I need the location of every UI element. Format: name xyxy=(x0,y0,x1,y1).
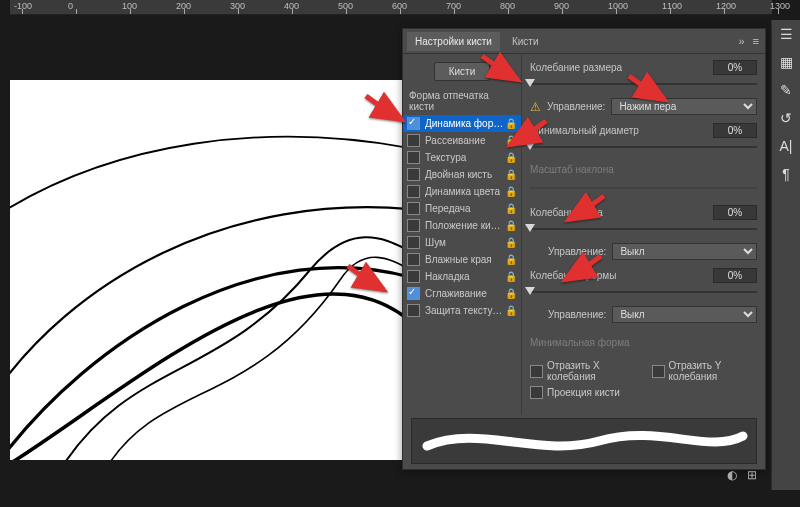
brush-option-row[interactable]: Динамика цвета🔒 xyxy=(403,183,521,200)
roundness-control-select[interactable]: Выкл xyxy=(612,306,757,323)
panel-footer: ◐ ⊞ xyxy=(403,464,765,486)
lock-icon[interactable]: 🔒 xyxy=(505,237,517,248)
option-label: Двойная кисть xyxy=(425,169,505,180)
tool-history-icon[interactable]: ↺ xyxy=(772,104,800,132)
brush-option-row[interactable]: Двойная кисть🔒 xyxy=(403,166,521,183)
flip-x-checkbox[interactable]: Отразить X колебания xyxy=(530,360,636,382)
min-roundness-label: Минимальная форма xyxy=(530,337,757,348)
tool-paragraph-icon[interactable]: ¶ xyxy=(772,160,800,188)
size-control-select[interactable]: Нажим пера xyxy=(611,98,757,115)
lock-icon[interactable]: 🔒 xyxy=(505,186,517,197)
size-jitter-label: Колебание размера xyxy=(530,62,713,73)
control-label: Управление: xyxy=(547,101,605,112)
option-checkbox[interactable] xyxy=(407,117,420,130)
option-label: Положение кисти xyxy=(425,220,505,231)
roundness-jitter-slider[interactable] xyxy=(530,285,757,299)
brush-settings-panel: Настройки кисти Кисти » ≡ Кисти Форма от… xyxy=(402,28,766,470)
option-checkbox[interactable] xyxy=(407,219,420,232)
flip-options: Отразить X колебания Отразить Y колебани… xyxy=(530,360,757,382)
document-canvas[interactable] xyxy=(10,80,410,460)
tab-brush-settings[interactable]: Настройки кисти xyxy=(407,32,500,51)
angle-jitter-value[interactable]: 0% xyxy=(713,205,757,220)
flip-y-checkbox[interactable]: Отразить Y колебания xyxy=(652,360,757,382)
shape-dynamics-controls: Колебание размера0% ⚠ Управление: Нажим … xyxy=(522,54,765,414)
size-jitter-value[interactable]: 0% xyxy=(713,60,757,75)
lock-icon[interactable]: 🔒 xyxy=(505,169,517,180)
tilt-scale-slider xyxy=(530,181,757,195)
right-toolbar: ☰ ▦ ✎ ↺ A| ¶ xyxy=(771,20,800,490)
size-jitter-slider[interactable] xyxy=(530,77,757,91)
lock-icon[interactable]: 🔒 xyxy=(505,118,517,129)
option-checkbox[interactable] xyxy=(407,304,420,317)
angle-jitter-slider[interactable] xyxy=(530,222,757,236)
option-label: Динамика формы xyxy=(425,118,505,129)
option-label: Влажные края xyxy=(425,254,505,265)
brush-option-row[interactable]: Рассеивание🔒 xyxy=(403,132,521,149)
lock-icon[interactable]: 🔒 xyxy=(505,135,517,146)
min-diameter-control: Минимальный диаметр0% xyxy=(530,123,757,154)
min-diameter-slider[interactable] xyxy=(530,140,757,154)
tilt-scale-label: Масштаб наклона xyxy=(530,164,757,175)
tool-brush-icon[interactable]: ✎ xyxy=(772,76,800,104)
roundness-jitter-control: Колебание формы0% xyxy=(530,268,757,299)
option-checkbox[interactable] xyxy=(407,287,420,300)
warning-icon: ⚠ xyxy=(530,100,541,114)
brush-option-row[interactable]: Текстура🔒 xyxy=(403,149,521,166)
size-jitter-control: Колебание размера0% xyxy=(530,60,757,91)
brush-option-row[interactable]: Влажные края🔒 xyxy=(403,251,521,268)
option-checkbox[interactable] xyxy=(407,253,420,266)
lock-icon[interactable]: 🔒 xyxy=(505,288,517,299)
toggle-preview-icon[interactable]: ◐ xyxy=(727,468,737,482)
brush-option-row[interactable]: Защита текстуры🔒 xyxy=(403,302,521,319)
option-label: Шум xyxy=(425,237,505,248)
ruler-mark: 1200 xyxy=(716,1,736,11)
lock-icon[interactable]: 🔒 xyxy=(505,271,517,282)
angle-jitter-control: Колебание угла0% xyxy=(530,205,757,236)
brush-option-row[interactable]: Накладка🔒 xyxy=(403,268,521,285)
option-checkbox[interactable] xyxy=(407,185,420,198)
new-preset-icon[interactable]: ⊞ xyxy=(747,468,757,482)
min-diameter-label: Минимальный диаметр xyxy=(530,125,713,136)
ruler-horizontal: -100010020030040050060070080090010001100… xyxy=(10,0,772,15)
lock-icon[interactable]: 🔒 xyxy=(505,305,517,316)
lock-icon[interactable]: 🔒 xyxy=(505,220,517,231)
option-label: Передача xyxy=(425,203,505,214)
tool-sliders-icon[interactable]: ☰ xyxy=(772,20,800,48)
option-label: Сглаживание xyxy=(425,288,505,299)
option-label: Защита текстуры xyxy=(425,305,505,316)
option-checkbox[interactable] xyxy=(407,236,420,249)
lock-icon[interactable]: 🔒 xyxy=(505,152,517,163)
option-checkbox[interactable] xyxy=(407,270,420,283)
angle-jitter-label: Колебание угла xyxy=(530,207,713,218)
option-label: Текстура xyxy=(425,152,505,163)
option-checkbox[interactable] xyxy=(407,202,420,215)
option-checkbox[interactable] xyxy=(407,151,420,164)
option-label: Накладка xyxy=(425,271,505,282)
ruler-mark: 1000 xyxy=(608,1,628,11)
roundness-jitter-value[interactable]: 0% xyxy=(713,268,757,283)
tab-brushes[interactable]: Кисти xyxy=(504,32,547,51)
panel-menu-icon[interactable]: ≡ xyxy=(753,35,759,47)
lock-icon[interactable]: 🔒 xyxy=(505,203,517,214)
tool-type-icon[interactable]: A| xyxy=(772,132,800,160)
brush-stroke-preview xyxy=(411,418,757,464)
option-label: Динамика цвета xyxy=(425,186,505,197)
collapse-icon[interactable]: » xyxy=(738,35,744,47)
brush-option-row[interactable]: Сглаживание🔒 xyxy=(403,285,521,302)
brush-option-row[interactable]: Передача🔒 xyxy=(403,200,521,217)
control-label: Управление: xyxy=(548,246,606,257)
panel-tabbar: Настройки кисти Кисти » ≡ xyxy=(403,29,765,54)
ruler-mark: -100 xyxy=(14,1,32,11)
min-diameter-value[interactable]: 0% xyxy=(713,123,757,138)
brushes-button[interactable]: Кисти xyxy=(434,62,491,81)
angle-control-select[interactable]: Выкл xyxy=(612,243,757,260)
brush-option-row[interactable]: Шум🔒 xyxy=(403,234,521,251)
brush-tip-shape-header[interactable]: Форма отпечатка кисти xyxy=(403,87,521,115)
option-checkbox[interactable] xyxy=(407,134,420,147)
brush-option-row[interactable]: Динамика формы🔒 xyxy=(403,115,521,132)
brush-option-row[interactable]: Положение кисти🔒 xyxy=(403,217,521,234)
brush-projection-checkbox[interactable]: Проекция кисти xyxy=(530,386,620,399)
tool-swatches-icon[interactable]: ▦ xyxy=(772,48,800,76)
lock-icon[interactable]: 🔒 xyxy=(505,254,517,265)
option-checkbox[interactable] xyxy=(407,168,420,181)
